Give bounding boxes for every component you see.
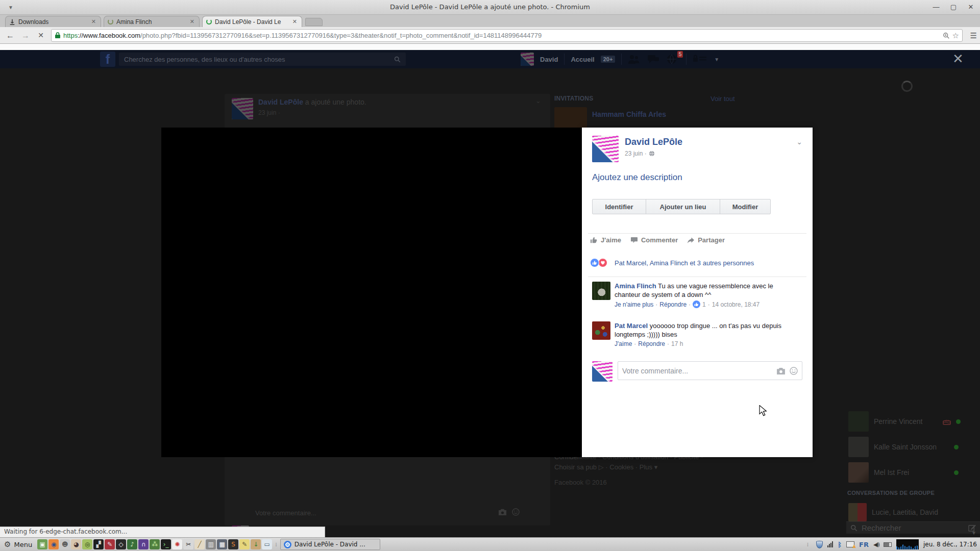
author-name[interactable]: David LePôle [625,137,682,147]
app-icon-headphones[interactable]: ∩ [138,539,149,549]
app-icon-paint[interactable]: ✎ [105,539,115,549]
keyboard-layout-indicator[interactable]: FR [859,541,869,548]
profile-link[interactable]: David [540,56,558,63]
comment-action[interactable]: Commenter [630,236,678,244]
smiley-icon[interactable] [512,508,520,516]
app-icon-disc-green[interactable]: ◎ [82,539,92,549]
maximize-button[interactable]: ▢ [948,2,959,12]
app-icon-video-editor[interactable]: ▞ [93,539,104,549]
contact-row[interactable]: Kalle Saint Jonsson [848,437,959,457]
theater-photo[interactable] [161,128,582,457]
chat-scroll-arrow-icon[interactable]: ▼ [971,530,976,536]
forward-button[interactable]: → [19,30,32,42]
tab-amina-flinch[interactable]: Amina Flinch ✕ [104,16,200,27]
contact-row[interactable]: Perrine Vincent [848,411,961,432]
app-icon-unity[interactable]: ◇ [116,539,126,549]
taskbar-window-button[interactable]: David LePôle - David ... [280,539,380,550]
reactions-people-link[interactable]: Pat Marcel, Amina Flinch et 3 autres per… [615,259,754,267]
new-tab-button[interactable] [305,18,323,26]
post-author-name[interactable]: David LePôle [258,98,303,106]
network-monitor-graph[interactable] [896,539,919,549]
app-icon-music[interactable]: ♪ [127,539,137,549]
reactions-row[interactable]: Pat Marcel, Amina Flinch et 3 autres per… [590,258,804,267]
app-icon-colors[interactable]: ✺ [172,539,182,549]
zoom-icon[interactable] [943,32,950,39]
update-shield-icon[interactable] [816,541,823,548]
smiley-icon[interactable] [790,367,798,375]
app-icon-grapes[interactable]: ⁂ [150,539,160,549]
bookmark-star-icon[interactable]: ☆ [952,31,959,40]
like-link[interactable]: J'aime [615,340,632,347]
privacy-shortcuts-icon[interactable] [693,54,708,64]
post-options-chevron-icon[interactable]: ⌄ [535,97,541,105]
chat-search-input[interactable]: Rechercher [846,521,980,534]
app-icon-voice[interactable]: ☻ [60,539,70,549]
address-bar[interactable]: https://www.facebook.com/photo.php?fbid=… [51,29,963,42]
profile-avatar[interactable] [521,53,534,66]
commenter-avatar[interactable] [592,321,610,340]
see-all-link[interactable]: Voir tout [710,95,735,103]
app-icon-notes[interactable]: ✎ [239,539,250,549]
invitation-name[interactable]: Hammam Chiffa Arles [592,110,666,118]
download-icon [9,19,15,25]
footer-links-line2[interactable]: Choisir sa pub ▷ · Cookies · Plus ▾ [554,463,657,471]
reply-link[interactable]: Répondre [638,340,665,347]
facebook-search-input[interactable]: Cherchez des personnes, des lieux ou d'a… [119,53,406,66]
tab-close-icon[interactable]: ✕ [90,18,97,25]
close-window-button[interactable]: ✕ [966,2,976,12]
back-button[interactable]: ← [4,30,16,42]
like-action[interactable]: J'aime [590,236,621,244]
unlike-link[interactable]: Je n'aime plus [615,301,653,308]
tab-close-icon[interactable]: ✕ [189,18,195,25]
app-icon-terminal[interactable]: ›_ [161,539,171,549]
close-theater-icon[interactable]: ✕ [952,51,964,67]
account-menu-caret-icon[interactable]: ▼ [714,57,719,62]
tab-downloads[interactable]: Downloads ✕ [5,16,101,27]
friend-requests-icon[interactable] [628,54,641,64]
stop-reload-button[interactable]: ✕ [35,30,47,42]
tag-button[interactable]: Identifier [592,199,646,214]
menu-button[interactable]: ⚙ Menu [0,540,37,549]
app-icon-audio-device[interactable]: ▥ [206,539,216,549]
home-link[interactable]: Accueil [571,56,594,63]
add-description-link[interactable]: Ajoutez une description [592,172,682,183]
app-icon-tools[interactable]: ╱ [194,539,205,549]
notifications-globe-icon[interactable]: 5 [667,54,680,64]
volume-icon[interactable]: ◀)) [873,541,879,548]
reply-link[interactable]: Répondre [659,301,687,308]
app-icon-firefox[interactable]: ◉ [48,539,59,549]
camera-icon[interactable] [776,367,786,375]
network-signal-icon[interactable] [827,541,833,547]
background-comment-placeholder[interactable]: Votre commentaire... [255,509,316,517]
commenter-avatar[interactable] [592,282,610,300]
app-icon-package[interactable]: ↓ [251,539,261,549]
author-avatar[interactable] [592,136,619,162]
add-location-button[interactable]: Ajouter un lieu [646,199,720,214]
comment-input[interactable]: Votre commentaire... [618,361,802,380]
minimize-button[interactable]: — [931,2,941,12]
tab-close-icon[interactable]: ✕ [291,18,298,25]
camera-icon[interactable] [498,508,507,516]
app-icon-files[interactable]: ▣ [37,539,47,549]
display-settings-icon[interactable]: ▲ [846,541,854,547]
app-icon-viewer-eye[interactable]: ◕ [71,539,81,549]
facebook-logo[interactable]: f [100,52,115,67]
app-icon-screen[interactable]: ▭ [262,539,272,549]
app-icon-calculator[interactable]: ▦ [217,539,227,549]
commenter-name[interactable]: Pat Marcel [615,322,648,330]
contact-row[interactable]: Mel Ist Frei [848,462,959,483]
post-options-chevron-icon[interactable]: ⌄ [796,138,802,146]
group-conversation-row[interactable]: Lucie, Laetitia, David [848,503,938,521]
share-action[interactable]: Partager [687,236,725,244]
my-avatar [592,361,612,382]
power-icon[interactable] [884,542,892,547]
browser-menu-icon[interactable]: ☰ [970,31,977,40]
taskbar-clock[interactable]: jeu. 8 déc., 17:16 [923,541,977,548]
messages-icon[interactable] [647,54,660,64]
commenter-name[interactable]: Amina Flinch [615,282,656,290]
edit-button[interactable]: Modifier [720,199,771,214]
app-icon-film-cut[interactable]: ✂ [183,539,193,549]
tab-david-lepole[interactable]: David LePôle - David Le ✕ [202,16,302,27]
bluetooth-icon[interactable]: ᛒ [838,541,842,548]
app-icon-sublime[interactable]: S [228,539,238,549]
